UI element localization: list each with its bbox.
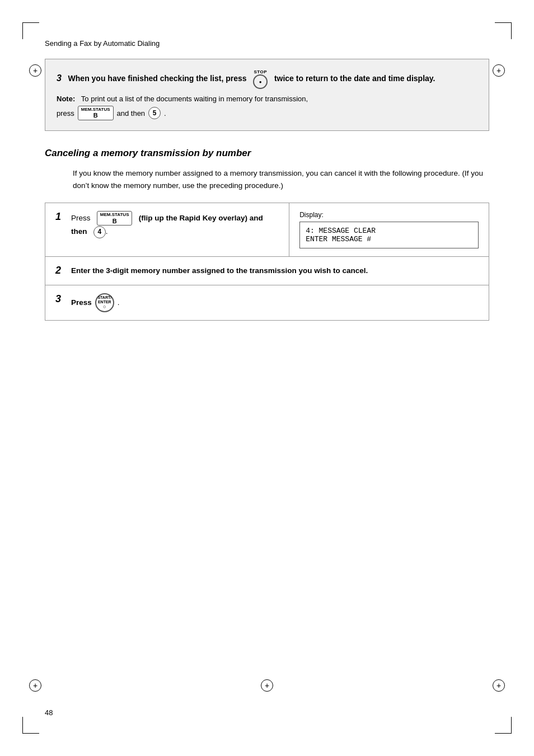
step3-row: 3 Press START/ ENTER ○ . (55, 293, 479, 312)
start-enter-key: START/ ENTER ○ (95, 293, 114, 312)
table-row-step2: 2 Enter the 3-digit memory number assign… (45, 257, 489, 285)
top-step-text2: twice to return to the date and time dis… (274, 74, 435, 83)
step2-cell: 2 Enter the 3-digit memory number assign… (45, 257, 489, 285)
procedure-table: 1 Press MEM.STATUS B (flip up the Rapid … (45, 203, 489, 321)
top-instruction-box: 3 When you have finished checking the li… (45, 59, 489, 131)
step1-content: Press MEM.STATUS B (flip up the Rapid Ke… (71, 211, 279, 238)
step1-cell: 1 Press MEM.STATUS B (flip up the Rapid … (45, 203, 289, 257)
step1-mem-status-key: MEM.STATUS B (97, 211, 133, 226)
breadcrumb: Sending a Fax by Automatic Dialing (45, 39, 489, 48)
display-label: Display: (299, 211, 479, 219)
step3-number: 3 (55, 293, 67, 305)
display-box: 4: MESSAGE CLEAR ENTER MESSAGE # (299, 222, 479, 248)
step1-display-cell: Display: 4: MESSAGE CLEAR ENTER MESSAGE … (289, 203, 489, 257)
display-line2: ENTER MESSAGE # (306, 235, 472, 243)
top-step-text: When you have finished checking the list… (68, 74, 247, 83)
step3-press: Press (71, 297, 92, 309)
step2-content: Enter the 3-digit memory number assigned… (71, 265, 479, 277)
step3-content: Press START/ ENTER ○ . (71, 293, 479, 312)
note-period: . (164, 109, 166, 118)
step1-row: 1 Press MEM.STATUS B (flip up the Rapid … (55, 211, 279, 238)
step1-number: 1 (55, 211, 67, 223)
step2-row: 2 Enter the 3-digit memory number assign… (55, 265, 479, 277)
table-row-step3: 3 Press START/ ENTER ○ . (45, 285, 489, 320)
table-row-step1: 1 Press MEM.STATUS B (flip up the Rapid … (45, 203, 489, 257)
stop-key-icon: STOP ● (253, 69, 268, 89)
step3-period: . (118, 297, 120, 309)
display-line1: 4: MESSAGE CLEAR (306, 227, 472, 235)
step2-number: 2 (55, 265, 67, 276)
step1-period: . (106, 227, 108, 236)
step2-text: Enter the 3-digit memory number assigned… (71, 266, 368, 275)
mem-status-key-top: MEM.STATUS B (78, 106, 114, 120)
note-body-text: To print out a list of the documents wai… (81, 95, 308, 103)
note-and-then: and then (117, 109, 146, 118)
page-number: 48 (45, 708, 53, 717)
section-intro: If you know the memory number assigned t… (73, 167, 489, 191)
step3-cell: 3 Press START/ ENTER ○ . (45, 285, 489, 320)
step1-key-circle-4: 4 (93, 226, 106, 238)
note-press-label: press (57, 109, 74, 118)
key-circle-5: 5 (148, 107, 161, 119)
section-heading: Canceling a memory transmission by numbe… (45, 148, 489, 159)
note-section: Note: To print out a list of the documen… (57, 95, 477, 120)
top-step-number: 3 (57, 73, 62, 83)
page-content: Sending a Fax by Automatic Dialing 3 Whe… (0, 0, 534, 756)
note-row: press MEM.STATUS B and then 5 . (57, 106, 477, 120)
step1-press: Press (71, 214, 91, 222)
